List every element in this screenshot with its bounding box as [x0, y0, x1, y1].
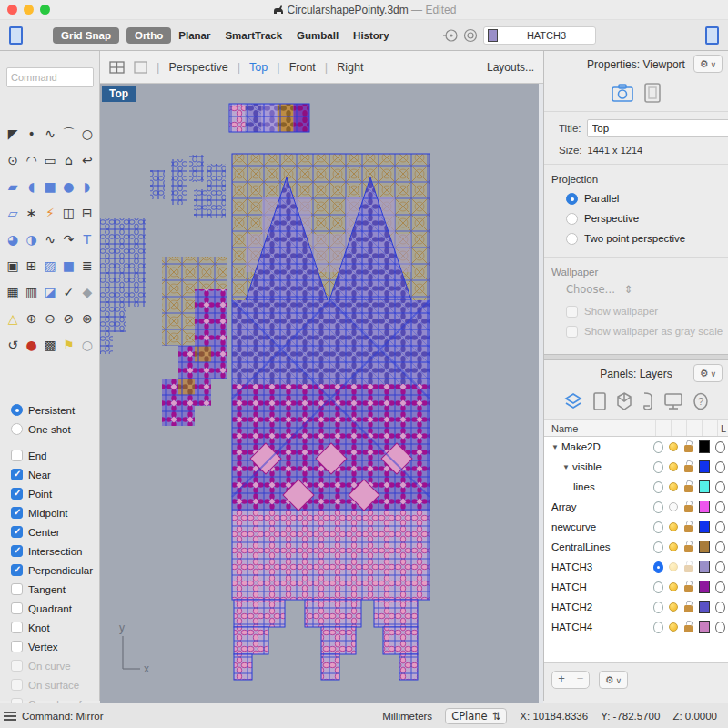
current-layer-radio[interactable]: [653, 561, 663, 573]
tool-icon-14[interactable]: ●: [59, 178, 77, 195]
layer-color-swatch[interactable]: [699, 561, 710, 573]
checkbox-point[interactable]: [11, 488, 23, 500]
checkbox-end[interactable]: [11, 450, 23, 461]
tool-icon-27[interactable]: ⊞: [22, 258, 40, 274]
tool-icon-24[interactable]: ↷: [59, 231, 77, 248]
layer-lock-icon[interactable]: [684, 525, 693, 532]
layer-color-swatch[interactable]: [699, 521, 710, 533]
layer-visibility-bulb-icon[interactable]: [669, 542, 678, 551]
layer-color-swatch[interactable]: [699, 601, 710, 613]
layers-gear-button[interactable]: ⚙∨: [693, 364, 723, 382]
viewport-tab-top[interactable]: Top: [249, 61, 268, 74]
left-panel-toggle-icon[interactable]: [9, 26, 23, 45]
toggle-grid-snap[interactable]: Grid Snap: [53, 27, 119, 44]
tool-icon-15[interactable]: ◗: [78, 178, 96, 195]
layer-visibility-bulb-icon[interactable]: [669, 482, 678, 491]
wallpaper-choose-dropdown[interactable]: Choose…⇕: [566, 283, 728, 296]
current-layer-radio[interactable]: [653, 521, 663, 533]
tool-icon-36[interactable]: △: [4, 310, 22, 327]
layer-visibility-bulb-icon[interactable]: [669, 502, 678, 511]
toggle-history[interactable]: History: [353, 30, 389, 41]
osnap-mode-persistent[interactable]: Persistent: [0, 400, 100, 420]
checkbox-intersection[interactable]: [11, 545, 23, 557]
osnap-perpendicular[interactable]: Perpendicular: [0, 561, 100, 580]
current-layer-radio[interactable]: [653, 581, 663, 593]
layer-row-lines[interactable]: lines: [544, 477, 728, 497]
tool-icon-31[interactable]: ▦: [4, 284, 22, 300]
layer-lock-icon[interactable]: [684, 485, 693, 492]
layer-row-array[interactable]: Array: [544, 497, 728, 517]
checkbox-vertex[interactable]: [11, 641, 23, 652]
tool-icon-42[interactable]: ●: [22, 337, 40, 353]
layer-color-swatch[interactable]: [699, 500, 710, 513]
current-layer-radio[interactable]: [653, 602, 663, 613]
osnap-end[interactable]: End: [0, 446, 100, 465]
layer-material-icon[interactable]: [715, 461, 725, 473]
layer-row-hatch[interactable]: HATCH: [544, 577, 728, 597]
layer-row-make2d[interactable]: ▼Make2D: [544, 437, 728, 457]
osnap-mode-one-shot[interactable]: One shot: [0, 420, 100, 439]
layer-material-icon[interactable]: [715, 521, 725, 533]
layer-lock-icon[interactable]: [684, 625, 693, 632]
osnap-knot[interactable]: Knot: [0, 618, 100, 637]
viewport-tab-perspective[interactable]: Perspective: [168, 61, 228, 74]
layer-material-icon[interactable]: [715, 481, 725, 493]
radio-two-point-perspective[interactable]: [566, 233, 578, 245]
layer-row-hatch2[interactable]: HATCH2: [544, 597, 728, 617]
layer-lock-icon[interactable]: [684, 505, 693, 512]
properties-gear-button[interactable]: ⚙∨: [693, 55, 723, 73]
command-input[interactable]: [6, 67, 94, 87]
hatch-dropdown[interactable]: HATCH3: [483, 26, 596, 45]
layer-lock-icon[interactable]: [684, 465, 693, 472]
viewport-page-icon[interactable]: [643, 82, 662, 104]
radio-one-shot[interactable]: [11, 423, 23, 435]
tool-icon-43[interactable]: ▩: [41, 337, 59, 353]
tool-icon-21[interactable]: ◕: [4, 231, 22, 248]
display-tab-icon[interactable]: [663, 391, 683, 411]
single-pane-layout-icon[interactable]: [134, 61, 147, 74]
viewport-title-badge[interactable]: Top: [102, 86, 136, 102]
layer-color-swatch[interactable]: [699, 440, 710, 453]
layer-lock-icon[interactable]: [684, 565, 693, 572]
tool-icon-32[interactable]: ▥: [22, 284, 40, 300]
remove-layer-button[interactable]: −: [571, 672, 589, 688]
tool-icon-39[interactable]: ⊘: [59, 310, 77, 327]
tool-icon-35[interactable]: ◆: [78, 284, 96, 300]
tool-icon-23[interactable]: ∿: [41, 231, 59, 248]
checkbox-perpendicular[interactable]: [11, 564, 23, 576]
layer-visibility-bulb-icon[interactable]: [669, 522, 678, 531]
units-label[interactable]: Millimeters: [382, 711, 432, 722]
current-layer-radio[interactable]: [653, 481, 663, 493]
checkbox-near[interactable]: [11, 469, 23, 480]
radio-persistent[interactable]: [11, 404, 23, 416]
osnap-tangent[interactable]: Tangent: [0, 580, 100, 599]
hamburger-menu-icon[interactable]: [4, 712, 16, 721]
tool-icon-45[interactable]: ○: [78, 337, 96, 353]
layer-visibility-bulb-icon[interactable]: [669, 602, 678, 612]
tool-icon-18[interactable]: ⚡: [41, 205, 59, 221]
tool-icon-41[interactable]: ↺: [4, 337, 22, 353]
expand-arrow-icon[interactable]: ▼: [551, 443, 559, 451]
layer-row-newcurve[interactable]: newcurve: [544, 517, 728, 537]
osnap-point[interactable]: Point: [0, 484, 100, 503]
layer-color-swatch[interactable]: [699, 541, 710, 553]
layer-material-icon[interactable]: [715, 561, 725, 573]
tool-icon-40[interactable]: ⊛: [78, 310, 96, 327]
checkbox-quadrant[interactable]: [11, 602, 23, 614]
layer-material-icon[interactable]: [715, 441, 725, 453]
viewport-title-input[interactable]: [587, 119, 728, 137]
toggle-planar[interactable]: Planar: [178, 30, 210, 41]
layers-tab-icon[interactable]: [563, 391, 583, 411]
osnap-point-icon[interactable]: [443, 28, 458, 43]
layouts-button[interactable]: Layouts...: [487, 61, 534, 74]
projection-two-point-perspective[interactable]: Two point perspective: [544, 228, 728, 248]
layer-material-icon[interactable]: [715, 541, 725, 553]
tool-icon-28[interactable]: ▨: [41, 258, 59, 274]
expand-arrow-icon[interactable]: ▼: [562, 463, 570, 471]
tool-icon-12[interactable]: ◖: [22, 178, 40, 195]
checkbox-center[interactable]: [11, 526, 23, 538]
current-layer-radio[interactable]: [653, 622, 663, 633]
panel-divider[interactable]: [544, 354, 728, 360]
tool-icon-3[interactable]: ∿: [41, 126, 59, 142]
checkbox-knot[interactable]: [11, 622, 23, 633]
